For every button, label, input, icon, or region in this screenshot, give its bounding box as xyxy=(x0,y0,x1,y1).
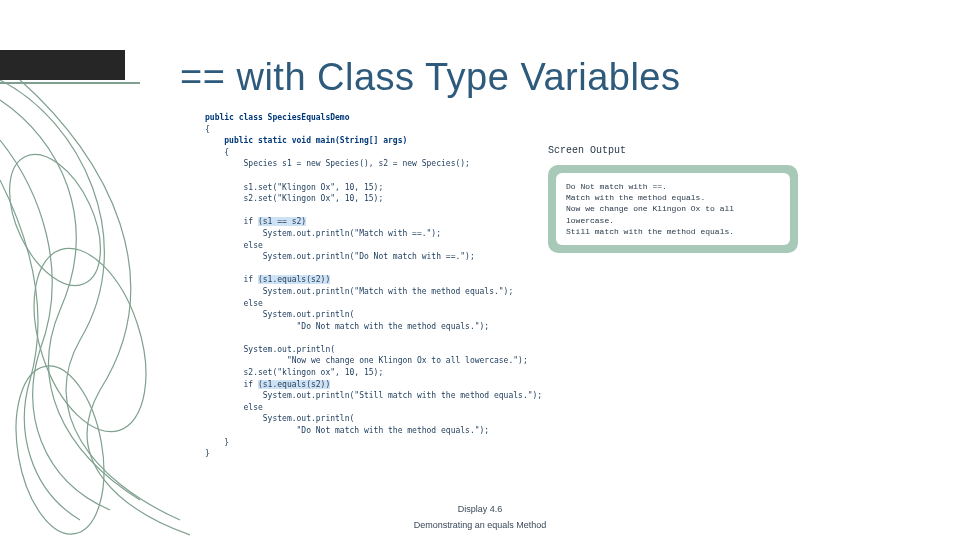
highlight-equals-method-2: (s1.equals(s2)) xyxy=(258,380,330,389)
code-line: System.out.println("Match with the metho… xyxy=(205,287,513,296)
code-line: System.out.println("Do Not match with ==… xyxy=(205,252,475,261)
code-line: s1.set("Klingon Ox", 10, 15); xyxy=(205,183,383,192)
screen-output-box: Do Not match with ==. Match with the met… xyxy=(548,165,798,253)
code-line: System.out.println("Match with ==."); xyxy=(205,229,441,238)
code-line: System.out.println("Still match with the… xyxy=(205,391,542,400)
svg-point-2 xyxy=(4,359,116,540)
code-line: System.out.println( xyxy=(205,414,354,423)
code-line: } xyxy=(205,438,229,447)
caption-name: Demonstrating an equals Method xyxy=(380,520,580,530)
code-line: if xyxy=(205,380,258,389)
caption-display-number: Display 4.6 xyxy=(380,504,580,514)
code-line: "Do Not match with the method equals."); xyxy=(205,322,489,331)
slide-title: == with Class Type Variables xyxy=(180,56,681,99)
code-line: { xyxy=(205,125,210,134)
code-line: { xyxy=(205,148,229,157)
code-line: s2.set("Klingon Ox", 10, 15); xyxy=(205,194,383,203)
code-line: System.out.println( xyxy=(205,310,354,319)
highlight-equals-method: (s1.equals(s2)) xyxy=(258,275,330,284)
java-code-listing: public class SpeciesEqualsDemo { public … xyxy=(205,112,545,460)
code-line: else xyxy=(205,241,263,250)
highlight-equals-op: (s1 == s2) xyxy=(258,217,306,226)
code-line: if xyxy=(205,217,258,226)
output-line: Match with the method equals. xyxy=(566,192,780,203)
screen-output-label: Screen Output xyxy=(548,145,626,156)
code-line: else xyxy=(205,403,263,412)
code-line: if xyxy=(205,275,258,284)
code-line: s2.set("klingon ox", 10, 15); xyxy=(205,368,383,377)
decor-leaf-pattern xyxy=(0,80,190,540)
decor-top-bar xyxy=(0,50,125,80)
output-line: Now we change one Klingon Ox to all lowe… xyxy=(566,203,780,225)
code-line: } xyxy=(205,449,210,458)
output-line: Still match with the method equals. xyxy=(566,226,780,237)
code-line: "Do Not match with the method equals."); xyxy=(205,426,489,435)
code-line: "Now we change one Klingon Ox to all low… xyxy=(205,356,528,365)
screen-output-text: Do Not match with ==. Match with the met… xyxy=(556,173,790,245)
code-line: public static void main(String[] args) xyxy=(205,136,407,145)
code-line: else xyxy=(205,299,263,308)
code-line: System.out.println( xyxy=(205,345,335,354)
code-line: Species s1 = new Species(), s2 = new Spe… xyxy=(205,159,470,168)
figure-caption: Display 4.6 Demonstrating an equals Meth… xyxy=(380,504,580,530)
output-line: Do Not match with ==. xyxy=(566,181,780,192)
code-line: public class SpeciesEqualsDemo xyxy=(205,113,350,122)
decor-divider xyxy=(0,82,140,84)
